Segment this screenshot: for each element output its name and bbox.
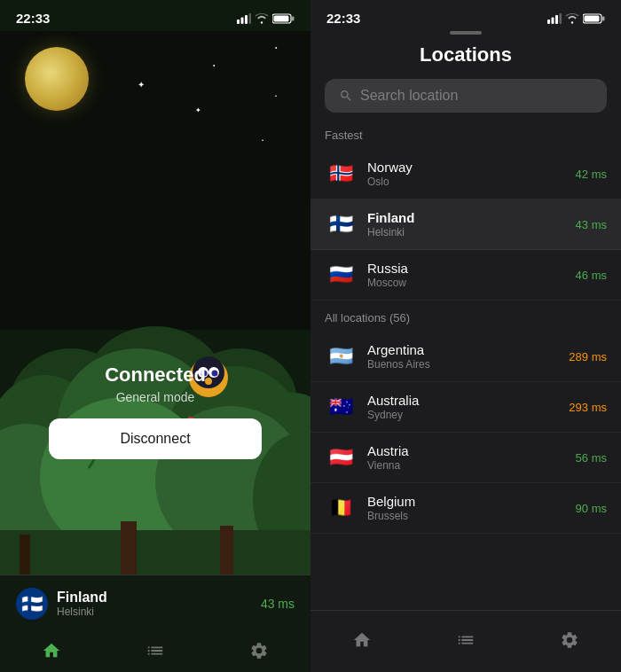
home-icon-left (42, 641, 61, 660)
list-item-austria[interactable]: 🇦🇹 Austria Vienna 56 ms (310, 433, 621, 483)
ping-russia: 46 ms (576, 269, 607, 282)
nav-settings-left[interactable] (235, 637, 283, 664)
ping-finland: 43 ms (576, 218, 607, 231)
location-text-austria: Austria Vienna (367, 443, 409, 472)
svg-rect-33 (555, 15, 558, 24)
time-left: 22:33 (16, 11, 50, 26)
battery-icon (272, 13, 295, 24)
svg-rect-3 (249, 13, 252, 24)
flag-russia: 🇷🇺 (325, 259, 357, 291)
current-flag: 🇫🇮 (16, 588, 48, 620)
bottom-bar-left: 🇫🇮 Finland Helsinki 43 ms (0, 574, 310, 672)
location-item-left-argentina: 🇦🇷 Argentina Buenos Aires (325, 340, 430, 372)
current-ping: 43 ms (261, 597, 295, 611)
svg-rect-32 (552, 17, 554, 24)
list-icon-right (456, 630, 476, 650)
locations-title: Locations (310, 43, 621, 66)
list-item-argentina[interactable]: 🇦🇷 Argentina Buenos Aires 289 ms (310, 332, 621, 382)
current-location-bar: 🇫🇮 Finland Helsinki 43 ms (0, 575, 310, 627)
flag-australia: 🇦🇺 (325, 391, 357, 423)
svg-rect-18 (0, 530, 310, 574)
current-location-text: Finland Helsinki (57, 590, 107, 618)
country-finland: Finland (367, 210, 414, 225)
location-item-left-belgium: 🇧🇪 Belgium Brussels (325, 492, 415, 524)
signal-icon-right (547, 13, 562, 24)
svg-rect-6 (292, 16, 295, 20)
section-fastest: Fastest (310, 125, 621, 149)
flag-norway: 🇳🇴 (325, 158, 357, 190)
flag-finland: 🇫🇮 (325, 208, 357, 240)
svg-rect-34 (560, 13, 562, 24)
home-icon-right (352, 630, 372, 650)
location-text-finland: Finland Helsinki (367, 210, 414, 238)
signal-icon (237, 13, 251, 24)
flag-austria: 🇦🇹 (325, 441, 357, 473)
svg-rect-20 (220, 526, 233, 574)
city-argentina: Buenos Aires (367, 358, 430, 371)
status-bar-left: 22:33 (0, 0, 310, 31)
wifi-icon (255, 13, 269, 24)
country-austria: Austria (367, 443, 409, 458)
svg-rect-21 (20, 535, 30, 574)
status-icons-left (237, 13, 295, 24)
location-item-left-finland: 🇫🇮 Finland Helsinki (325, 208, 414, 240)
forest-scene (0, 31, 310, 574)
city-australia: Sydney (367, 409, 419, 421)
wifi-icon-right (565, 13, 579, 24)
location-text-australia: Australia Sydney (367, 393, 419, 421)
settings-icon-left (249, 641, 269, 660)
connected-status: Connected (0, 363, 310, 387)
svg-rect-31 (547, 20, 550, 24)
list-item-australia[interactable]: 🇦🇺 Australia Sydney 293 ms (310, 382, 621, 433)
flag-argentina: 🇦🇷 (325, 340, 357, 372)
connected-mode: General mode (0, 390, 310, 404)
search-placeholder: Search location (360, 88, 458, 104)
nav-list-left[interactable] (131, 637, 179, 664)
search-icon (339, 89, 353, 103)
country-norway: Norway (367, 160, 413, 175)
location-item-left-russia: 🇷🇺 Russia Moscow (325, 259, 408, 291)
current-city: Helsinki (57, 606, 107, 618)
location-text-russia: Russia Moscow (367, 261, 408, 289)
connected-info: Connected General mode Disconnect (0, 363, 310, 459)
svg-rect-2 (245, 15, 248, 24)
ping-australia: 293 ms (569, 401, 607, 414)
svg-rect-5 (274, 15, 289, 21)
ping-argentina: 289 ms (569, 350, 607, 363)
settings-icon-right (560, 630, 579, 650)
scene-container: ✦ ✦ ✦ • • • • (0, 31, 310, 574)
list-item-finland[interactable]: 🇫🇮 Finland Helsinki 43 ms (310, 199, 621, 250)
current-country: Finland (57, 590, 107, 606)
location-item-left-australia: 🇦🇺 Australia Sydney (325, 391, 419, 423)
ping-austria: 56 ms (576, 451, 607, 465)
svg-rect-19 (121, 521, 137, 574)
battery-icon-right (583, 13, 605, 24)
location-text-argentina: Argentina Buenos Aires (367, 342, 430, 371)
city-russia: Moscow (367, 277, 408, 289)
svg-rect-37 (602, 16, 605, 20)
search-bar[interactable]: Search location (325, 79, 607, 113)
list-icon-left (145, 641, 165, 660)
current-location-info: 🇫🇮 Finland Helsinki (16, 588, 107, 620)
country-australia: Australia (367, 393, 419, 408)
list-item-belgium[interactable]: 🇧🇪 Belgium Brussels 90 ms (310, 483, 621, 534)
nav-home-right[interactable] (338, 627, 386, 653)
disconnect-button[interactable]: Disconnect (49, 418, 262, 459)
country-russia: Russia (367, 261, 408, 276)
country-belgium: Belgium (367, 494, 415, 509)
ping-belgium: 90 ms (576, 502, 607, 515)
left-panel: 22:33 ✦ ✦ ✦ • (0, 0, 310, 672)
nav-settings-right[interactable] (546, 627, 593, 653)
time-right: 22:33 (326, 11, 360, 26)
location-text-norway: Norway Oslo (367, 160, 413, 188)
city-belgium: Brussels (367, 510, 415, 522)
city-austria: Vienna (367, 459, 409, 472)
svg-rect-0 (237, 20, 240, 24)
flag-belgium: 🇧🇪 (325, 492, 357, 524)
svg-rect-36 (585, 15, 600, 21)
right-panel: 22:33 Locations (310, 0, 621, 672)
list-item-russia[interactable]: 🇷🇺 Russia Moscow 46 ms (310, 250, 621, 301)
nav-list-right[interactable] (442, 627, 490, 653)
nav-home-left[interactable] (28, 637, 75, 664)
list-item-norway[interactable]: 🇳🇴 Norway Oslo 42 ms (310, 149, 621, 199)
